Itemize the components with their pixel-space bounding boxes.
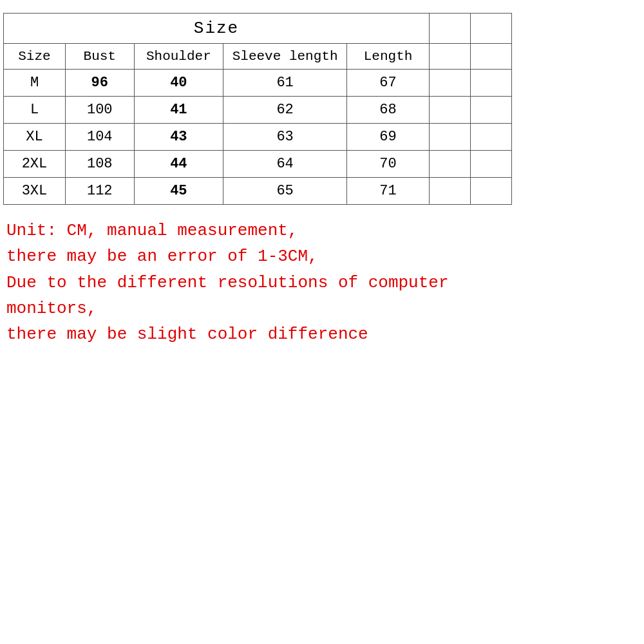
- notice-line1: Unit: CM, manual measurement,: [6, 218, 449, 243]
- cell-length: 69: [347, 124, 430, 151]
- cell-sleeve: 65: [223, 178, 347, 205]
- cell-shoulder: 45: [134, 178, 223, 205]
- table-row: 2XL108446470: [4, 151, 512, 178]
- table-row: XL104436369: [4, 124, 512, 151]
- table-body: M96406167L100416268XL1044363692XL1084464…: [4, 70, 512, 205]
- cell-size: M: [4, 70, 66, 97]
- table-title: Size: [4, 14, 430, 44]
- cell-bust: 100: [65, 97, 134, 124]
- cell-bust: 96: [65, 70, 134, 97]
- cell-extra2: [470, 124, 511, 151]
- cell-size: 2XL: [4, 151, 66, 178]
- notice-line4: monitors,: [6, 296, 449, 321]
- cell-extra2: [470, 70, 511, 97]
- col-sleeve: Sleeve length: [223, 44, 347, 70]
- cell-bust: 104: [65, 124, 134, 151]
- col-length: Length: [347, 44, 430, 70]
- cell-sleeve: 64: [223, 151, 347, 178]
- cell-extra1: [430, 70, 471, 97]
- cell-extra2: [470, 97, 511, 124]
- cell-length: 68: [347, 97, 430, 124]
- cell-extra1: [430, 151, 471, 178]
- cell-sleeve: 63: [223, 124, 347, 151]
- cell-size: L: [4, 97, 66, 124]
- cell-length: 70: [347, 151, 430, 178]
- cell-shoulder: 41: [134, 97, 223, 124]
- col-extra1: [430, 44, 471, 70]
- extra-col-1: [430, 14, 471, 44]
- extra-col-2: [470, 14, 511, 44]
- cell-sleeve: 61: [223, 70, 347, 97]
- cell-length: 71: [347, 178, 430, 205]
- cell-shoulder: 44: [134, 151, 223, 178]
- cell-shoulder: 40: [134, 70, 223, 97]
- table-row: M96406167: [4, 70, 512, 97]
- notice-block: Unit: CM, manual measurement, there may …: [6, 218, 449, 347]
- cell-extra1: [430, 97, 471, 124]
- cell-size: 3XL: [4, 178, 66, 205]
- notice-line5: there may be slight color difference: [6, 321, 449, 347]
- cell-extra1: [430, 178, 471, 205]
- page-container: Size Size Bust Shoulder Sleeve length Le…: [0, 0, 644, 644]
- cell-length: 67: [347, 70, 430, 97]
- cell-bust: 112: [65, 178, 134, 205]
- col-shoulder: Shoulder: [134, 44, 223, 70]
- size-table: Size Size Bust Shoulder Sleeve length Le…: [3, 13, 512, 205]
- cell-sleeve: 62: [223, 97, 347, 124]
- cell-shoulder: 43: [134, 124, 223, 151]
- cell-size: XL: [4, 124, 66, 151]
- cell-extra2: [470, 151, 511, 178]
- cell-extra1: [430, 124, 471, 151]
- col-bust: Bust: [65, 44, 134, 70]
- notice-line3: Due to the different resolutions of comp…: [6, 270, 449, 296]
- col-extra2: [470, 44, 511, 70]
- col-size: Size: [4, 44, 66, 70]
- table-row: 3XL112456571: [4, 178, 512, 205]
- table-row: L100416268: [4, 97, 512, 124]
- table-title-row: Size: [4, 14, 512, 44]
- cell-bust: 108: [65, 151, 134, 178]
- notice-line2: there may be an error of 1-3CM,: [6, 243, 449, 269]
- column-headers: Size Bust Shoulder Sleeve length Length: [4, 44, 512, 70]
- cell-extra2: [470, 178, 511, 205]
